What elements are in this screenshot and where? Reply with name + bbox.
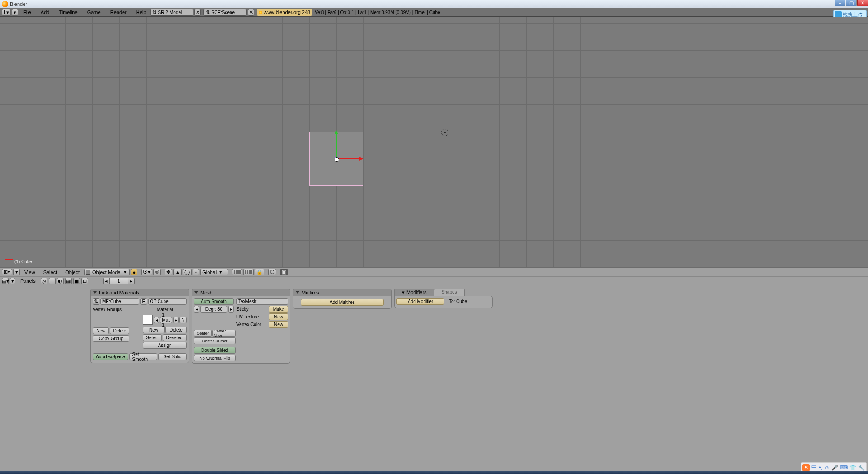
ime-punct-icon[interactable]: •,	[819, 465, 822, 471]
window-type-button[interactable]: i ▾	[2, 9, 11, 16]
degr-inc-button[interactable]: ▸	[228, 306, 234, 313]
degr-dec-button[interactable]: ◂	[194, 306, 199, 313]
double-sided-button[interactable]: Double Sided	[194, 347, 236, 354]
menu-help[interactable]: Help	[132, 9, 151, 15]
frame-value[interactable]: 1	[110, 278, 128, 284]
material-swatch[interactable]	[143, 315, 153, 325]
mat-delete-button[interactable]: Delete	[165, 327, 187, 333]
autotexspace-button[interactable]: AutoTexSpace	[93, 353, 128, 360]
window-maximize-button[interactable]: ▢	[846, 0, 857, 6]
manipulator-translate[interactable]: ▲	[173, 269, 182, 275]
collapse-icon[interactable]	[93, 291, 97, 294]
scene-name-input[interactable]	[210, 10, 245, 15]
mat-select-button[interactable]: Select	[143, 334, 162, 341]
mat-help-button[interactable]: ?	[179, 317, 187, 323]
ime-lang-icon[interactable]: 中	[811, 464, 817, 471]
orientation-selector[interactable]: Global▾	[200, 269, 228, 275]
pivot-button[interactable]: ⦿▾	[141, 269, 152, 275]
3d-viewport[interactable]: (1) Cube	[0, 17, 868, 268]
manipulator-rotate[interactable]: ◯	[183, 269, 192, 275]
context-script-icon[interactable]: ≡	[49, 278, 56, 284]
frame-spinner[interactable]: ◂ 1 ▸	[103, 278, 135, 284]
mat-prev-button[interactable]: ◂	[154, 317, 159, 323]
menu-object[interactable]: Object	[61, 270, 83, 275]
lamp-object[interactable]	[441, 129, 448, 136]
layers-group-b[interactable]	[243, 269, 254, 275]
auto-smooth-button[interactable]: Auto Smooth	[194, 298, 234, 305]
screen-delete-button[interactable]: ✕	[194, 9, 201, 16]
collapse-icon[interactable]	[296, 291, 299, 294]
frame-next-button[interactable]: ▸	[128, 278, 135, 284]
set-smooth-button[interactable]: Set Smooth	[129, 353, 158, 360]
add-modifier-button[interactable]: Add Modifier	[396, 298, 444, 305]
mode-selector[interactable]: Object Mode▾	[84, 269, 130, 275]
layers-group-a[interactable]	[232, 269, 242, 275]
no-vnormal-flip-button[interactable]: No V.Normal Flip	[194, 355, 236, 361]
context-scene-icon[interactable]: ⊟	[81, 278, 88, 284]
blender-url-button[interactable]: www.blender.org 248	[257, 9, 312, 16]
fake-user-button[interactable]: F	[140, 298, 147, 305]
ime-keyboard-icon[interactable]: ⌨	[840, 465, 848, 471]
mat-new-button[interactable]: New	[143, 327, 164, 333]
screen-selector[interactable]: ⇅	[150, 9, 193, 16]
copy-group-button[interactable]: Copy Group	[93, 335, 129, 342]
context-shading-icon[interactable]: ◐	[57, 278, 64, 284]
vgroup-delete-button[interactable]: Delete	[110, 327, 129, 334]
editor-type-button[interactable]: ▤▾	[2, 278, 9, 284]
ime-tool-icon[interactable]: 🔧	[858, 465, 865, 471]
center-cursor-button[interactable]: Center Cursor	[194, 337, 236, 344]
vgroup-new-button[interactable]: New	[93, 327, 109, 334]
collapse-icon[interactable]	[194, 291, 198, 294]
menu-render[interactable]: Render	[106, 9, 131, 15]
scene-selector[interactable]: ⇅	[203, 9, 247, 16]
menu-timeline[interactable]: Timeline	[55, 9, 81, 15]
context-logic-icon[interactable]: ◎	[41, 278, 47, 284]
mesh-name-field[interactable]: ME:Cube	[100, 298, 139, 305]
me-browse-button[interactable]: ⇅	[93, 298, 99, 305]
mat-assign-button[interactable]: Assign	[143, 342, 187, 349]
header-collapse-button[interactable]: ▾	[10, 278, 15, 284]
manipulator-scale[interactable]: ▫	[193, 269, 199, 275]
degr-field[interactable]: Degr: 30	[200, 306, 227, 313]
proportional-button[interactable]: ⬡	[268, 269, 276, 275]
vcol-new-button[interactable]: New	[269, 321, 288, 328]
ime-mic-icon[interactable]: 🎤	[831, 465, 838, 471]
menu-select[interactable]: Select	[40, 270, 61, 275]
ime-skin-icon[interactable]: 👕	[849, 465, 856, 471]
mat-next-button[interactable]: ▸	[173, 317, 179, 323]
add-multires-button[interactable]: Add Multires	[301, 299, 384, 306]
manipulator-toggle[interactable]: ✥	[165, 269, 172, 275]
menu-add[interactable]: Add	[37, 9, 54, 15]
object-name-field[interactable]: OB:Cube	[148, 298, 187, 305]
shading-button[interactable]: ●	[131, 269, 137, 275]
window-minimize-button[interactable]: –	[835, 0, 845, 6]
frame-prev-button[interactable]: ◂	[103, 278, 110, 284]
tab-shapes[interactable]: Shapes	[434, 289, 465, 296]
tab-modifiers[interactable]: ▾Modifiers	[394, 289, 434, 296]
context-object-icon[interactable]: ▦	[65, 278, 72, 284]
pivot-indiv-button[interactable]: ⦾	[153, 269, 161, 275]
editor-type-button[interactable]: ⊞▾	[2, 269, 12, 275]
mat-deselect-button[interactable]: Deselect	[163, 334, 187, 341]
sogou-icon[interactable]: S	[802, 464, 810, 471]
center-button[interactable]: Center	[194, 330, 212, 337]
3d-cursor[interactable]	[332, 155, 341, 164]
screen-name-input[interactable]	[157, 10, 192, 15]
menu-game[interactable]: Game	[83, 9, 105, 15]
context-editing-icon[interactable]: ▣	[73, 278, 80, 284]
sticky-make-button[interactable]: Make	[269, 306, 288, 313]
center-new-button[interactable]: Center New	[212, 330, 236, 337]
window-close-button[interactable]: ✕	[857, 0, 868, 6]
uv-new-button[interactable]: New	[269, 313, 288, 320]
ime-emoji-icon[interactable]: ☺	[824, 465, 830, 471]
menu-file[interactable]: File	[19, 9, 35, 15]
lock-button[interactable]: 🔒	[255, 269, 264, 275]
header-collapse-button[interactable]: ▾	[12, 9, 18, 16]
render-preview-button[interactable]: ▣	[280, 269, 288, 275]
scene-delete-button[interactable]: ✕	[248, 9, 254, 16]
set-solid-button[interactable]: Set Solid	[158, 353, 187, 360]
menu-view[interactable]: View	[21, 270, 39, 275]
windows-taskbar[interactable]	[0, 471, 868, 474]
texmesh-field[interactable]: TexMesh:	[236, 298, 288, 305]
mat-index-field[interactable]: 1 Mat 1	[160, 317, 172, 323]
